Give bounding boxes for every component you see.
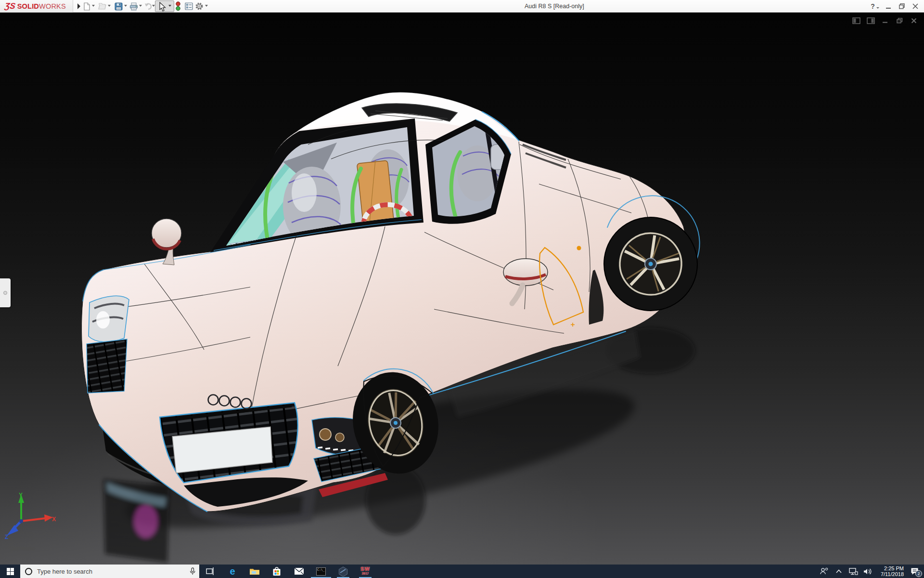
mouse-cursor <box>159 2 167 14</box>
undo-icon <box>144 2 153 10</box>
document-window-controls <box>851 16 919 25</box>
flyout-pin-icon <box>3 291 7 295</box>
logo-ds-mark: ƷS <box>4 1 16 11</box>
mail-icon <box>294 567 304 575</box>
system-tray: 2:25 PM 7/11/2018 2 <box>817 565 924 578</box>
settings-button[interactable] <box>194 1 204 11</box>
people-button[interactable] <box>817 565 832 578</box>
settings-gear-icon <box>195 2 204 11</box>
undo-button[interactable] <box>143 1 153 11</box>
microphone-icon[interactable] <box>190 567 195 575</box>
settings-caret[interactable] <box>205 5 208 7</box>
open-folder-icon <box>98 2 107 10</box>
triad-y-label: Y <box>19 492 23 499</box>
cortana-icon <box>25 568 32 575</box>
notification-badge: 2 <box>915 570 922 577</box>
open-document-button[interactable] <box>98 1 107 11</box>
app-title-bar: ƷS SOLIDWORKS <box>0 0 924 13</box>
help-button[interactable]: ? <box>868 0 882 13</box>
print-icon <box>129 2 138 11</box>
view-orientation-label: *Dimetric <box>8 545 35 552</box>
window-controls: ? <box>868 0 922 13</box>
speaker-icon <box>863 568 872 575</box>
window-title: Audi R8 S [Read-only] <box>525 3 584 10</box>
hexagon-app-icon <box>338 566 348 577</box>
feature-pane-right-button[interactable] <box>865 16 876 25</box>
search-placeholder: Type here to search <box>37 568 190 575</box>
car-3d-model[interactable] <box>0 13 924 565</box>
start-button[interactable] <box>0 565 20 578</box>
close-button[interactable] <box>909 0 922 13</box>
taskbar-composer-button[interactable] <box>332 565 354 578</box>
volume-button[interactable] <box>860 565 875 578</box>
taskbar-edge-button[interactable]: e <box>221 565 244 578</box>
minimize-icon <box>886 4 891 9</box>
action-center-button[interactable]: 2 <box>905 565 924 578</box>
triad-z-label: Z <box>5 534 8 539</box>
solidworks-logo: ƷS SOLIDWORKS <box>0 0 73 13</box>
new-document-caret[interactable] <box>92 5 95 7</box>
doc-restore-button[interactable] <box>894 16 905 25</box>
print-button[interactable] <box>129 1 139 11</box>
clock-date: 7/11/2018 <box>875 571 904 577</box>
feature-manager-flyout-tab[interactable] <box>0 278 11 307</box>
save-floppy-icon <box>115 2 123 11</box>
new-document-icon <box>83 2 90 11</box>
graphics-viewport[interactable]: Y X Z *Dimetric <box>0 13 924 565</box>
close-icon <box>912 3 918 9</box>
taskbar-solidworks-button[interactable]: SW 2017 <box>354 565 376 578</box>
pane-right-icon <box>867 17 875 24</box>
help-caret <box>876 7 879 9</box>
restore-button[interactable] <box>895 0 909 13</box>
document-properties-button[interactable] <box>184 1 193 11</box>
feature-pane-left-button[interactable] <box>851 16 861 25</box>
new-document-button[interactable] <box>82 1 91 11</box>
tray-overflow-button[interactable] <box>832 565 846 578</box>
network-button[interactable] <box>846 565 860 578</box>
doc-close-icon <box>911 18 917 24</box>
store-icon <box>272 567 281 576</box>
clock-time: 2:25 PM <box>875 565 904 571</box>
select-tool-caret[interactable] <box>168 5 171 7</box>
doc-close-button[interactable] <box>909 16 919 25</box>
reference-triad: Y X Z <box>4 491 57 541</box>
search-input[interactable]: Type here to search <box>20 565 199 578</box>
taskbar-store-button[interactable] <box>266 565 288 578</box>
left-vent <box>87 339 127 393</box>
open-document-caret[interactable] <box>108 5 111 7</box>
solidworks-2017-icon: SW 2017 <box>360 567 370 576</box>
save-caret[interactable] <box>124 5 127 7</box>
network-icon <box>849 568 858 575</box>
people-icon <box>820 567 829 575</box>
triad-x-label: X <box>52 516 56 523</box>
command-prompt-icon: C:\_ <box>316 567 326 576</box>
windows-logo-icon <box>7 568 14 575</box>
doc-restore-icon <box>897 18 903 24</box>
chevron-up-icon <box>836 569 842 573</box>
edge-icon: e <box>230 566 235 577</box>
save-button[interactable] <box>114 1 123 11</box>
pane-left-icon <box>852 17 860 24</box>
task-view-button[interactable] <box>199 565 221 578</box>
taskbar-file-explorer-button[interactable] <box>244 565 266 578</box>
traffic-light-button[interactable] <box>173 1 183 11</box>
traffic-light-icon <box>175 1 181 11</box>
taskbar-clock[interactable]: 2:25 PM 7/11/2018 <box>875 565 905 577</box>
task-view-icon <box>206 567 215 575</box>
taskbar-cmd-button[interactable]: C:\_ <box>310 565 332 578</box>
print-caret[interactable] <box>139 5 142 7</box>
doc-minimize-button[interactable] <box>880 16 890 25</box>
windows-taskbar: Type here to search e <box>0 565 924 578</box>
file-explorer-icon <box>249 567 260 576</box>
document-properties-icon <box>185 2 193 10</box>
minimize-button[interactable] <box>882 0 895 13</box>
taskbar-mail-button[interactable] <box>288 565 310 578</box>
restore-icon <box>899 3 905 9</box>
doc-minimize-icon <box>882 18 888 24</box>
